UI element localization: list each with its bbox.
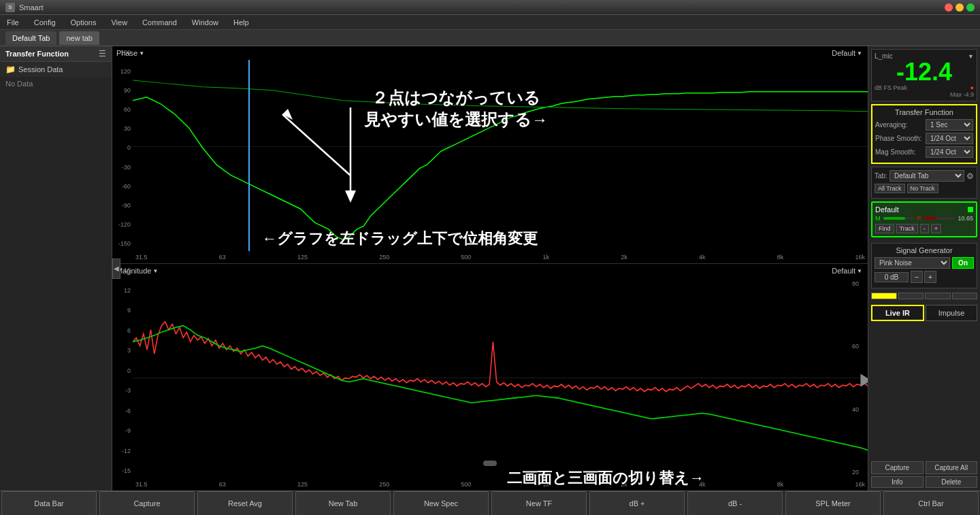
no-data-label: No Data bbox=[0, 77, 112, 90]
app-title: Smaart bbox=[19, 3, 43, 12]
app-icon: S bbox=[5, 3, 15, 12]
window-buttons bbox=[945, 3, 975, 12]
sig-gen-row2: − + bbox=[875, 271, 974, 283]
magnitude-chart[interactable]: Magnitude ▼ Default ▼ 15 12 9 6 3 0 -3 -… bbox=[112, 264, 868, 491]
track-m-bar bbox=[883, 217, 915, 220]
sig-gen-type-select[interactable]: Pink Noise bbox=[875, 257, 950, 269]
sig-gen-db-input[interactable] bbox=[875, 272, 909, 282]
info-button[interactable]: Info bbox=[871, 476, 924, 488]
left-sidebar: Transfer Function ☰ 📁 Session Data No Da… bbox=[0, 46, 112, 491]
level-value: -12.4 bbox=[875, 60, 974, 84]
menu-config[interactable]: Config bbox=[31, 17, 59, 28]
sig-gen-title: Signal Generator bbox=[875, 246, 974, 254]
track-plus-button[interactable]: + bbox=[931, 224, 941, 233]
session-data-item[interactable]: 📁 Session Data bbox=[0, 62, 112, 77]
gear-icon[interactable]: ⚙ bbox=[966, 171, 974, 181]
sidebar-title: Transfer Function bbox=[5, 50, 69, 58]
all-track-button[interactable]: All Track bbox=[875, 184, 905, 193]
toolbar-db-plus[interactable]: dB + bbox=[589, 491, 685, 516]
bottom-toolbar: Data Bar Capture Reset Avg New Tab New S… bbox=[0, 491, 980, 515]
sidebar-menu-icon[interactable]: ☰ bbox=[99, 49, 106, 59]
magnitude-svg bbox=[133, 278, 868, 478]
toolbar-ctrl-bar[interactable]: Ctrl Bar bbox=[883, 491, 979, 516]
live-ir-button[interactable]: Live IR bbox=[871, 305, 924, 321]
mic-name-label: L_mic bbox=[875, 52, 893, 60]
minimize-button[interactable] bbox=[956, 3, 964, 12]
folder-icon: 📁 bbox=[5, 65, 16, 74]
delete-button[interactable]: Delete bbox=[926, 476, 978, 488]
toolbar-db-minus[interactable]: dB - bbox=[687, 491, 783, 516]
signal-generator: Signal Generator Pink Noise On − + bbox=[871, 243, 977, 288]
spectrum-btn4[interactable] bbox=[952, 293, 978, 299]
main-area: ◀ Transfer Function ☰ 📁 Session Data No … bbox=[0, 46, 980, 491]
track-button[interactable]: Track bbox=[896, 224, 918, 233]
find-button[interactable]: Find bbox=[875, 224, 894, 233]
spectrum-row bbox=[871, 293, 977, 299]
sig-gen-row1: Pink Noise On bbox=[875, 257, 974, 269]
capture-all-button[interactable]: Capture All bbox=[926, 461, 978, 474]
sig-gen-minus-button[interactable]: − bbox=[911, 271, 923, 283]
mag-default-label: Default ▼ bbox=[832, 267, 862, 275]
tf-title: Transfer Function bbox=[875, 108, 973, 116]
session-label: Session Data bbox=[18, 65, 63, 73]
menu-help[interactable]: Help bbox=[231, 17, 252, 28]
tab-new[interactable]: new tab bbox=[59, 31, 99, 45]
toolbar-new-tab[interactable]: New Tab bbox=[295, 491, 391, 516]
track-r-bar bbox=[924, 217, 956, 220]
toolbar-spl-meter[interactable]: SPL Meter bbox=[785, 491, 881, 516]
toolbar-new-tf[interactable]: New TF bbox=[491, 491, 587, 516]
capture-button[interactable]: Capture bbox=[871, 461, 924, 474]
menu-file[interactable]: File bbox=[4, 17, 22, 28]
tf-phase-smooth-label: Phase Smooth: bbox=[875, 135, 921, 142]
track-m-r-row: M R 10.65 bbox=[875, 215, 973, 222]
close-button[interactable] bbox=[945, 3, 953, 12]
spectrum-btn1[interactable] bbox=[871, 293, 897, 299]
tf-phase-smooth-select[interactable]: 1/24 Oct bbox=[926, 133, 973, 144]
default-track-item: Default M R 10.65 Find Track - + bbox=[871, 201, 977, 237]
menu-options[interactable]: Options bbox=[68, 17, 99, 28]
tf-mag-smooth-row: Mag Smooth: 1/24 Oct bbox=[875, 146, 973, 158]
track-name-row: Default bbox=[875, 205, 973, 214]
tf-averaging-select[interactable]: 1 Sec bbox=[926, 119, 973, 131]
phase-default-label: Default ▼ bbox=[832, 49, 862, 57]
tf-phase-smooth-row: Phase Smooth: 1/24 Oct bbox=[875, 133, 973, 144]
toolbar-capture[interactable]: Capture bbox=[99, 491, 195, 516]
level-unit: dB FS Peak bbox=[875, 84, 907, 91]
tab-label: Tab: bbox=[875, 172, 887, 180]
spectrum-btn2[interactable] bbox=[898, 293, 924, 299]
toolbar-reset-avg[interactable]: Reset Avg bbox=[197, 491, 293, 516]
sidebar-header: Transfer Function ☰ bbox=[0, 46, 112, 62]
no-track-button[interactable]: No Track bbox=[907, 184, 938, 193]
tab-row: Tab: Default Tab ⚙ bbox=[875, 170, 974, 182]
level-section: L_mic ▼ -12.4 dB FS Peak ● Max -4.9 bbox=[871, 49, 977, 101]
sig-gen-on-button[interactable]: On bbox=[952, 257, 974, 269]
left-collapse-button[interactable]: ◀ bbox=[112, 259, 120, 279]
phase-svg bbox=[133, 60, 868, 251]
menu-view[interactable]: View bbox=[108, 17, 130, 28]
resize-handle[interactable] bbox=[483, 461, 497, 466]
impulse-button[interactable]: Impulse bbox=[926, 305, 977, 321]
sig-gen-plus-button[interactable]: + bbox=[924, 271, 936, 283]
maximize-button[interactable] bbox=[966, 3, 975, 12]
menu-window[interactable]: Window bbox=[189, 17, 221, 28]
phase-chart[interactable]: Phase ▼ Default ▼ 150 120 90 60 30 0 -30… bbox=[112, 46, 868, 264]
transfer-function-section: Transfer Function Averaging: 1 Sec Phase… bbox=[871, 104, 977, 164]
tab-default[interactable]: Default Tab bbox=[5, 31, 56, 45]
phase-y-axis: 150 120 90 60 30 0 -30 -60 -90 -120 -150 bbox=[112, 46, 133, 250]
charts-area: Phase ▼ Default ▼ 150 120 90 60 30 0 -30… bbox=[112, 46, 868, 491]
right-panel: L_mic ▼ -12.4 dB FS Peak ● Max -4.9 Tran… bbox=[868, 46, 980, 491]
menu-command[interactable]: Command bbox=[140, 17, 180, 28]
tab-select[interactable]: Default Tab bbox=[889, 170, 964, 182]
track-value: 10.65 bbox=[958, 215, 973, 222]
toolbar-new-spec[interactable]: New Spec bbox=[393, 491, 489, 516]
track-minus-button[interactable]: - bbox=[920, 224, 929, 233]
mic-dropdown[interactable]: ▼ bbox=[968, 53, 974, 60]
phase-cursor bbox=[248, 60, 250, 251]
tab-bar: Default Tab new tab bbox=[0, 30, 980, 46]
tab-track-section: Tab: Default Tab ⚙ All Track No Track bbox=[871, 167, 977, 199]
spectrum-btn3[interactable] bbox=[925, 293, 951, 299]
tf-mag-smooth-select[interactable]: 1/24 Oct bbox=[926, 146, 973, 158]
toolbar-data-bar[interactable]: Data Bar bbox=[1, 491, 97, 516]
level-indicator: ● bbox=[970, 84, 974, 91]
info-delete-row: Info Delete bbox=[871, 476, 977, 488]
